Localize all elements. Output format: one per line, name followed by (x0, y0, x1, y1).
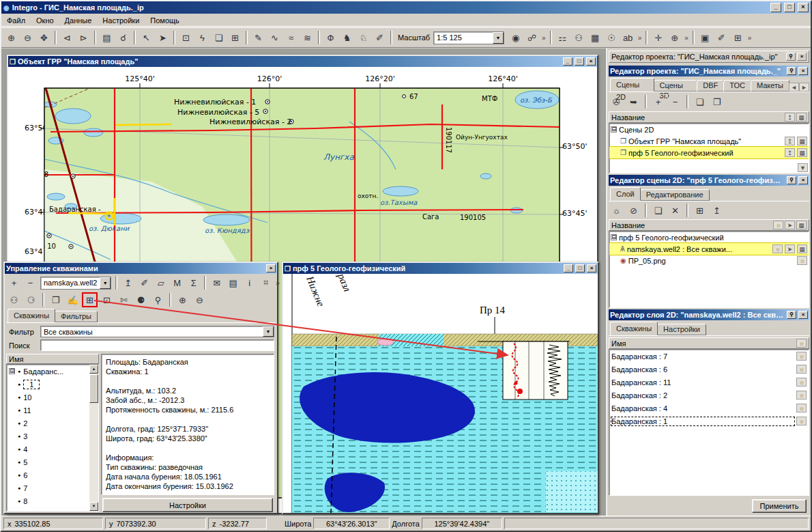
waves-dense-icon[interactable]: ≋ (300, 30, 315, 45)
layer-up-icon[interactable]: ↥ (709, 203, 725, 218)
move-up-icon[interactable]: ↥ (120, 275, 136, 290)
hide-layer-icon[interactable]: ⊘ (626, 203, 641, 218)
cursor-icon[interactable]: ↖ (139, 30, 154, 45)
tab-scenes-2d[interactable]: Сцены 2D (610, 78, 654, 92)
layer-item-image[interactable]: ◉ ПР_05.png ☼ (609, 255, 809, 266)
waves-icon[interactable]: ≈ (283, 30, 299, 45)
zoom-prev-icon[interactable]: ⊲ (59, 30, 75, 45)
zoom-next-icon[interactable]: ⊳ (76, 30, 91, 45)
stamp-icon[interactable]: ▣ (697, 30, 713, 45)
list-icon[interactable]: ▤ (225, 275, 241, 290)
tab-scroll-right-icon[interactable]: ► (799, 83, 809, 92)
chevron-down-icon[interactable]: ▼ (493, 32, 504, 44)
grid-net-icon[interactable]: ⌗ (258, 275, 274, 290)
bulb-icon[interactable]: ☼ (772, 244, 783, 253)
table-icon[interactable]: ▦ (797, 137, 807, 145)
bulb-column-icon[interactable]: ☼ (773, 221, 783, 229)
well-tree-item-4[interactable]: ●4 (7, 443, 89, 456)
mail-icon[interactable]: ✉ (209, 275, 224, 290)
well-log-track[interactable] (503, 341, 568, 400)
layer-well-row[interactable]: Бадаранская : 11☼ (609, 376, 809, 389)
close-icon[interactable]: × (798, 176, 808, 184)
layer-well-row[interactable]: Бадаранская : 7☼ (609, 350, 809, 363)
up-column-icon[interactable]: ↥ (785, 113, 795, 122)
maximize-button[interactable]: □ (784, 3, 795, 12)
tab-scenes-3d[interactable]: Сцены 3D (654, 80, 698, 92)
zoom-in-icon[interactable]: ⊕ (3, 30, 19, 45)
add-layer-icon[interactable]: ❏ (650, 203, 666, 218)
well-tree-item-6[interactable]: ●6 (7, 468, 89, 481)
pin-icon[interactable]: ⚲ (787, 67, 796, 75)
bulb-icon[interactable]: ☼ (796, 365, 807, 374)
wells-tree-header[interactable]: Имя (6, 354, 99, 364)
find-icon[interactable]: ☌ (115, 30, 131, 45)
table-icon[interactable]: ▦ (797, 244, 807, 253)
add-scene-icon[interactable]: + (650, 94, 666, 109)
cut-icon[interactable]: ✄ (116, 292, 132, 307)
project-tree-root[interactable]: ⊟ Сцены 2D (609, 124, 809, 135)
link-icon[interactable]: ☍ (524, 30, 540, 45)
grid-special-icon[interactable]: ⊞ (227, 30, 243, 45)
minimize-icon[interactable]: _ (564, 264, 573, 272)
apply-button[interactable]: Применить (752, 499, 807, 513)
info-icon[interactable]: i (242, 275, 257, 290)
remove-well-icon[interactable]: − (23, 275, 38, 290)
collapse-icon[interactable]: ⊟ (611, 126, 617, 132)
scene-editor-titlebar[interactable]: Редактор сцены 2D: "прф 5 Геолого-геофиз… (609, 175, 809, 186)
well-tree-item-11[interactable]: ●11 (7, 404, 89, 417)
maximize-icon[interactable]: □ (575, 57, 584, 66)
well-tree-item-2[interactable]: ●2 (7, 417, 89, 430)
overflow-chevron-icon[interactable]: » (276, 279, 280, 287)
well-tree-item-7[interactable]: ●7 (7, 481, 89, 494)
scroll-down-icon[interactable]: ▼ (798, 163, 808, 172)
menu-item-help[interactable]: Помощь (145, 15, 185, 26)
well-tree-item-1[interactable]: ●1 (7, 378, 89, 391)
project-tree-item-profile-scene[interactable]: ❐ прф 5 Геолого-геофизический ↥ ▦ (609, 147, 809, 158)
brush-icon[interactable]: ✐ (136, 275, 152, 290)
zoom-to-minus-icon[interactable]: ⊖ (192, 292, 207, 307)
profile-canvas[interactable]: Нижне разл Пр 14 (283, 274, 598, 513)
up-icon[interactable]: ↥ (785, 148, 795, 157)
overflow-chevron-icon[interactable]: » (542, 34, 546, 42)
layer-item-wells[interactable]: Ѧ namskaya.well2 : Все скважи... ☼ ➤ ▦ (609, 243, 809, 255)
well-layer-combo[interactable]: namskaya.well2 ▼ (40, 277, 111, 290)
copy-scene-icon[interactable]: ❏ (692, 94, 708, 109)
rings-icon[interactable]: ⚇ (571, 30, 587, 45)
well-tree-item-3[interactable]: ●3 (7, 430, 89, 443)
bulb-icon[interactable]: ☼ (797, 256, 807, 265)
close-button[interactable]: × (798, 3, 809, 12)
flash-icon[interactable]: ϟ (194, 30, 210, 45)
dash-frame-icon[interactable]: ⚏ (555, 30, 570, 45)
select-rect-icon[interactable]: ⊡ (178, 30, 194, 45)
pencil-edit-icon[interactable]: ✐ (714, 30, 729, 45)
chevron-down-icon[interactable]: ▼ (263, 326, 274, 337)
wells-tree-scrollbar[interactable]: ▲ ▼ (89, 365, 98, 511)
layer-well-row[interactable]: Бадаранская : 2☼ (609, 389, 809, 402)
tab-scroll-left-icon[interactable]: ◄ (789, 83, 799, 92)
paste-scene-icon[interactable]: ❐ (709, 94, 725, 109)
dot-table-icon[interactable]: ⊡ (99, 292, 115, 307)
pin-icon[interactable]: ⚲ (786, 53, 796, 61)
remove-layer-icon[interactable]: ✕ (667, 203, 683, 218)
pin-icon[interactable]: ⚲ (787, 311, 796, 319)
tab-layer[interactable]: Слой (610, 187, 641, 201)
bulb-icon[interactable]: ☼ (796, 352, 807, 361)
page-export-icon[interactable]: ❏ (211, 30, 227, 45)
project-tree-item-map-scene[interactable]: ❐ Объект ГРР "Намская площадь" ↥ ▦ (609, 135, 809, 147)
trace-icon[interactable]: ✐ (372, 30, 388, 45)
cursor-column-icon[interactable]: ➤ (785, 221, 795, 229)
sum-icon[interactable]: Σ (186, 275, 201, 290)
layer-list-header[interactable]: Имя ☼ (609, 337, 809, 349)
tab-filters[interactable]: Фильтры (55, 311, 98, 322)
close-icon[interactable]: × (797, 53, 807, 61)
layer-well-row[interactable]: Бадаранская : 4☼ (609, 402, 809, 415)
scale-combo[interactable]: 1:5 125 ▼ (433, 31, 504, 44)
target-icon[interactable]: ✛ (650, 30, 666, 45)
well-edit-icon[interactable]: ✍ (65, 292, 81, 307)
search-input[interactable] (40, 339, 274, 351)
rings-2-icon[interactable]: ⚈ (133, 292, 149, 307)
zoom-out-icon[interactable]: ⊖ (20, 30, 35, 45)
overflow-chevron-icon[interactable]: » (684, 34, 688, 42)
cursor-icon[interactable]: ➤ (785, 244, 795, 253)
phi-icon[interactable]: Ф (323, 30, 338, 45)
